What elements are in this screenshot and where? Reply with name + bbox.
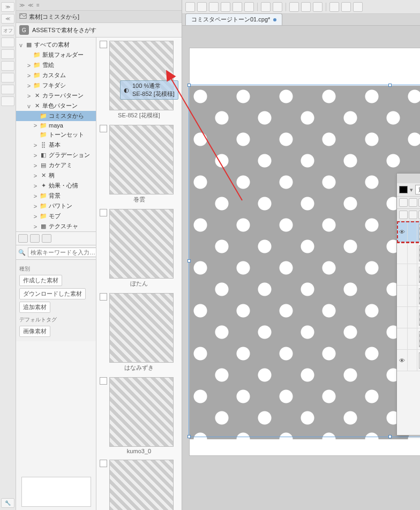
filter-tag[interactable]: ダウンロードした素材 (19, 288, 86, 299)
filter-tag[interactable]: 作成した素材 (19, 275, 62, 286)
tree-item[interactable]: > ◧ グラデーション (16, 150, 96, 160)
tool-button[interactable] (329, 2, 339, 12)
lock-cell[interactable] (408, 328, 417, 349)
thumbnail-list[interactable]: SE-852 [花模様] 巻雲 ぼたん はなみずき kumo3_0 お昼の空 (96, 38, 182, 510)
tree-twisty-icon[interactable]: > (26, 82, 32, 89)
chevron-down-icon[interactable]: ▾ (410, 186, 413, 193)
rail-btn-bottom[interactable]: 🔧 (1, 498, 14, 508)
layer-row[interactable]: 100 %通常 SE-729 [テクスチャ] (397, 307, 420, 328)
tree-root[interactable]: v▦ すべての素材 (16, 40, 96, 50)
tree-del-button[interactable] (42, 234, 51, 243)
tool-button[interactable] (244, 2, 254, 12)
rail-btn[interactable]: ≪ (1, 14, 14, 24)
material-thumb[interactable]: お昼の空 (100, 460, 178, 510)
lock-cell[interactable] (408, 243, 417, 264)
rail-btn[interactable] (1, 38, 14, 47)
tool-button[interactable] (209, 2, 219, 12)
rail-btn[interactable] (1, 85, 14, 94)
tree-item[interactable]: > ⣿ 基本 (16, 140, 96, 150)
tree-item[interactable]: > 📁 モブ (16, 211, 96, 221)
tree-twisty-icon[interactable]: > (33, 213, 38, 220)
tree-twisty-icon[interactable]: > (33, 223, 38, 230)
lock-cell[interactable] (408, 286, 417, 306)
lock-cell[interactable] (408, 264, 417, 285)
rail-btn[interactable]: オフ (1, 26, 14, 35)
tree-item[interactable]: 📁 コミスタから (16, 111, 96, 121)
tree-twisty-icon[interactable]: > (33, 203, 38, 209)
tree-twisty-icon[interactable]: > (33, 183, 38, 189)
assets-search-button[interactable]: G ASSETSで素材をさがす (16, 23, 182, 38)
tree-twisty-icon[interactable]: > (33, 172, 38, 179)
filter-tag[interactable]: 追加素材 (19, 302, 50, 313)
rail-btn[interactable]: ≫ (1, 2, 14, 12)
lock-cell[interactable] (408, 307, 417, 328)
tool-button[interactable] (197, 2, 207, 12)
tree-twisty-icon[interactable]: > (33, 142, 38, 148)
tree-item[interactable]: 📁 トーンセット (16, 130, 96, 140)
rail-btn[interactable] (1, 49, 14, 59)
tool-button[interactable] (221, 2, 230, 12)
collapse-right-icon[interactable]: ≪ (28, 2, 33, 8)
new-layer-button[interactable] (399, 211, 408, 219)
tree-twisty-icon[interactable]: > (26, 72, 32, 79)
lock-button[interactable] (409, 198, 417, 207)
tree-twisty-icon[interactable]: > (33, 162, 38, 169)
tree-twisty-icon[interactable]: > (33, 152, 38, 159)
tree-item[interactable]: 📁 新規フォルダー (16, 50, 96, 60)
layer-panel[interactable]: レイヤー — × ▾ 通常 100 ▲▼ (396, 173, 420, 436)
search-input[interactable] (28, 248, 96, 257)
tool-button[interactable] (185, 2, 195, 12)
rail-btn[interactable] (1, 96, 14, 106)
tree-item[interactable]: > ✦ 効果・心情 (16, 181, 96, 191)
tree-dup-button[interactable] (30, 234, 40, 243)
tree-twisty-icon[interactable]: > (33, 193, 38, 199)
new-folder-button[interactable] (409, 211, 417, 219)
layer-row[interactable]: 100 %通常 SE-1246 [2006冬] (397, 264, 420, 286)
tree-twisty-icon[interactable]: > (26, 62, 32, 69)
tool-button[interactable] (353, 2, 363, 12)
tool-button[interactable] (273, 2, 282, 12)
tree-item[interactable]: > 📁 雪絵 (16, 60, 96, 70)
tree-item[interactable]: > 📁 フキダシ (16, 80, 96, 91)
visibility-toggle[interactable]: 👁 (397, 221, 408, 242)
tree-item[interactable]: > ✕ 柄 (16, 170, 96, 181)
tree-item[interactable]: > 📁 maya (16, 121, 96, 130)
visibility-toggle[interactable] (397, 243, 408, 264)
visibility-toggle[interactable] (397, 328, 408, 349)
layer-row[interactable]: 100 %通常 SE-646 [テクスチャ] (397, 328, 420, 350)
thumb-checkbox[interactable] (100, 41, 107, 48)
material-thumb[interactable]: ぼたん (100, 209, 178, 288)
layer-row[interactable]: 👁 用紙 (397, 350, 420, 371)
tree-twisty-icon[interactable]: > (33, 122, 38, 129)
tree-item[interactable]: > ▩ テクスチャ (16, 221, 96, 231)
layer-row[interactable]: 👁 100 %通常 SE-852 [花模様] (397, 221, 420, 243)
thumb-checkbox[interactable] (100, 460, 107, 467)
visibility-toggle[interactable] (397, 264, 408, 285)
tree-new-button[interactable] (18, 234, 28, 243)
thumb-checkbox[interactable] (100, 125, 107, 132)
tool-button[interactable] (289, 2, 299, 12)
material-tree[interactable]: v▦ すべての素材 📁 新規フォルダー > 📁 雪絵 > 📁 カスタム > 📁 … (16, 38, 96, 510)
layer-list[interactable]: 👁 100 %通常 SE-852 [花模様] 100 %通常 SE-852 [花… (397, 221, 420, 435)
material-thumb[interactable]: kumo3_0 (100, 377, 178, 454)
tree-item[interactable]: > ▤ カケアミ (16, 160, 96, 170)
thumb-checkbox[interactable] (100, 377, 107, 385)
visibility-toggle[interactable] (397, 286, 408, 306)
tree-item[interactable]: v ✕ 単色パターン (16, 101, 96, 111)
thumb-checkbox[interactable] (100, 293, 107, 301)
lock-cell[interactable] (408, 350, 417, 371)
tool-button[interactable] (232, 2, 242, 12)
layer-row[interactable]: 100 %通常 SE-852 [花模様] (397, 243, 420, 264)
thumb-checkbox[interactable] (100, 209, 107, 216)
color-swatch[interactable] (399, 186, 408, 193)
lock-button[interactable] (399, 198, 408, 207)
rail-btn[interactable] (1, 73, 14, 82)
tree-twisty-icon[interactable]: > (26, 93, 32, 99)
lock-cell[interactable] (408, 221, 417, 242)
tool-button[interactable] (313, 2, 322, 12)
tree-twisty-icon[interactable]: v (26, 103, 32, 109)
visibility-toggle[interactable]: 👁 (397, 350, 408, 371)
tree-item[interactable]: > ✕ カラーパターン (16, 91, 96, 101)
tool-button[interactable] (301, 2, 311, 12)
material-thumb[interactable]: はなみずき (100, 293, 178, 372)
